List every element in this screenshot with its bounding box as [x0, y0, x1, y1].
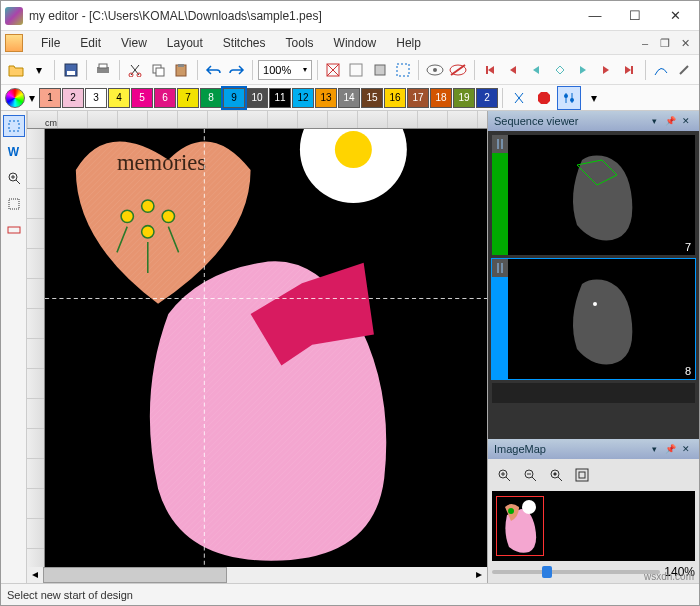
embroidery-canvas[interactable]: memories [45, 129, 487, 567]
svg-point-15 [433, 68, 437, 72]
color-swatch-11[interactable]: 11 [269, 88, 291, 108]
scissors-button[interactable] [507, 86, 531, 110]
color-swatch-6[interactable]: 6 [154, 88, 176, 108]
imap-zoom-out-button[interactable] [518, 463, 542, 487]
nav-fwd-button[interactable] [572, 58, 593, 82]
print-button[interactable] [92, 58, 113, 82]
imap-zoom-in-button[interactable] [492, 463, 516, 487]
color-swatch-10[interactable]: 10 [246, 88, 268, 108]
panel-menu-icon[interactable]: ▾ [647, 442, 661, 456]
paste-button[interactable] [171, 58, 192, 82]
text-tool[interactable]: W [3, 141, 25, 163]
color-swatch-16[interactable]: 16 [384, 88, 406, 108]
nav-prev-button[interactable] [503, 58, 524, 82]
sequence-item[interactable] [492, 383, 695, 403]
panel-pin-icon[interactable]: 📌 [663, 114, 677, 128]
box1-button[interactable] [323, 58, 344, 82]
menu-view[interactable]: View [111, 36, 157, 50]
curve-tool-button[interactable] [651, 58, 672, 82]
zoom-select[interactable]: 100% [258, 60, 312, 80]
nav-last-button[interactable] [619, 58, 640, 82]
color-swatch-17[interactable]: 17 [407, 88, 429, 108]
color-swatch-2[interactable]: 2 [62, 88, 84, 108]
imagemap-preview[interactable] [492, 491, 695, 561]
slider-icon[interactable] [492, 259, 508, 277]
sequence-number: 8 [685, 365, 691, 377]
imagemap-body: 140% [488, 459, 699, 583]
slider-icon[interactable] [492, 135, 508, 153]
color-swatch-4[interactable]: 4 [108, 88, 130, 108]
color-swatch-14[interactable]: 14 [338, 88, 360, 108]
undo-button[interactable] [203, 58, 224, 82]
menu-edit[interactable]: Edit [70, 36, 111, 50]
sequence-item[interactable]: 7 [492, 135, 695, 255]
color-swatch-7[interactable]: 7 [177, 88, 199, 108]
menu-file[interactable]: File [31, 36, 70, 50]
mdi-close-button[interactable]: ✕ [676, 35, 694, 51]
imap-zoom-fit-button[interactable] [544, 463, 568, 487]
needle-button[interactable] [674, 58, 695, 82]
sequence-viewer-body: 7 8 [488, 131, 699, 439]
palette-dropdown[interactable]: ▾ [26, 86, 38, 110]
menu-tools[interactable]: Tools [276, 36, 324, 50]
copy-button[interactable] [148, 58, 169, 82]
cut-button[interactable] [124, 58, 145, 82]
select-tool[interactable] [3, 115, 25, 137]
box2-button[interactable] [346, 58, 367, 82]
stop-button[interactable] [532, 86, 556, 110]
ruler-vertical [27, 129, 45, 567]
nav-next-button[interactable] [595, 58, 616, 82]
box4-button[interactable] [392, 58, 413, 82]
color-swatch-5[interactable]: 5 [131, 88, 153, 108]
panel-pin-icon[interactable]: 📌 [663, 442, 677, 456]
color-swatch-18[interactable]: 18 [430, 88, 452, 108]
color-swatch-2[interactable]: 2 [476, 88, 498, 108]
mdi-minimize-button[interactable]: – [636, 35, 654, 51]
maximize-button[interactable]: ☐ [615, 4, 655, 28]
color-swatch-1[interactable]: 1 [39, 88, 61, 108]
panel-menu-icon[interactable]: ▾ [647, 114, 661, 128]
redo-button[interactable] [226, 58, 247, 82]
nav-back-button[interactable] [526, 58, 547, 82]
imap-fit-button[interactable] [570, 463, 594, 487]
svg-rect-17 [486, 66, 488, 74]
svg-rect-42 [579, 472, 585, 478]
hoop-tool[interactable] [3, 219, 25, 241]
mdi-restore-button[interactable]: ❐ [656, 35, 674, 51]
color-swatch-12[interactable]: 12 [292, 88, 314, 108]
horizontal-scrollbar[interactable]: ◂▸ [27, 567, 487, 583]
color-wheel-button[interactable] [5, 88, 25, 108]
minimize-button[interactable]: — [575, 4, 615, 28]
eye-button[interactable] [424, 58, 445, 82]
panel-close-icon[interactable]: ✕ [679, 114, 693, 128]
svg-point-34 [335, 131, 372, 168]
box3-button[interactable] [369, 58, 390, 82]
adjustment-dropdown[interactable]: ▾ [582, 86, 606, 110]
panel-close-icon[interactable]: ✕ [679, 442, 693, 456]
color-swatch-3[interactable]: 3 [85, 88, 107, 108]
sequence-number: 7 [685, 241, 691, 253]
open-button[interactable] [5, 58, 26, 82]
imagemap-header[interactable]: ImageMap ▾ 📌 ✕ [488, 439, 699, 459]
menu-stitches[interactable]: Stitches [213, 36, 276, 50]
eye-off-button[interactable] [447, 58, 468, 82]
menu-layout[interactable]: Layout [157, 36, 213, 50]
adjustment-button[interactable] [557, 86, 581, 110]
sequence-item[interactable]: 8 [492, 259, 695, 379]
color-swatch-13[interactable]: 13 [315, 88, 337, 108]
marquee-tool[interactable] [3, 193, 25, 215]
color-swatch-8[interactable]: 8 [200, 88, 222, 108]
nav-center-button[interactable] [549, 58, 570, 82]
color-swatch-15[interactable]: 15 [361, 88, 383, 108]
menu-help[interactable]: Help [386, 36, 431, 50]
sequence-viewer-header[interactable]: Sequence viewer ▾ 📌 ✕ [488, 111, 699, 131]
menu-window[interactable]: Window [324, 36, 387, 50]
save-button[interactable] [60, 58, 81, 82]
color-swatch-9[interactable]: 9 [223, 88, 245, 108]
nav-first-button[interactable] [479, 58, 500, 82]
close-button[interactable]: ✕ [655, 4, 695, 28]
zoom-in-tool[interactable] [3, 167, 25, 189]
document-icon [5, 34, 23, 52]
color-swatch-19[interactable]: 19 [453, 88, 475, 108]
open-dropdown-button[interactable]: ▾ [28, 58, 49, 82]
